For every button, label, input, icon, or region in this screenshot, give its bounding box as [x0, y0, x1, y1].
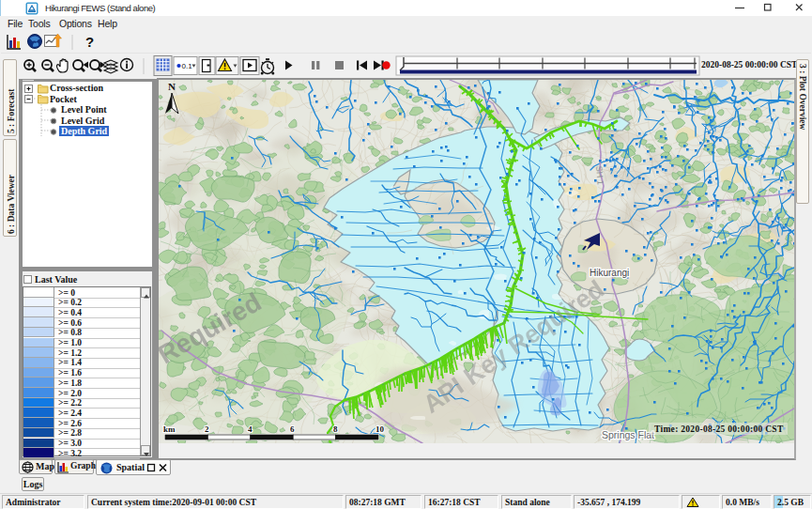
svg-text:km: km — [163, 424, 176, 434]
svg-text:Hikurangi: Hikurangi — [590, 268, 629, 278]
svg-text:SH 1: SH 1 — [594, 165, 605, 185]
svg-text:2020-08-25 00:00:00 CST: 2020-08-25 00:00:00 CST — [701, 60, 798, 69]
svg-text:2: 2 — [205, 424, 209, 434]
svg-text:?: ? — [85, 34, 94, 50]
svg-text:4: 4 — [248, 424, 253, 434]
svg-text:N: N — [168, 81, 176, 92]
svg-text:Time: 2020-08-25 00:00:00 CST: Time: 2020-08-25 00:00:00 CST — [654, 424, 784, 434]
svg-text:8: 8 — [333, 424, 338, 434]
svg-text:Springs Flat: Springs Flat — [602, 429, 654, 440]
svg-text:0.1: 0.1 — [182, 62, 193, 70]
svg-text:6: 6 — [290, 424, 295, 434]
svg-text:10: 10 — [375, 424, 385, 434]
